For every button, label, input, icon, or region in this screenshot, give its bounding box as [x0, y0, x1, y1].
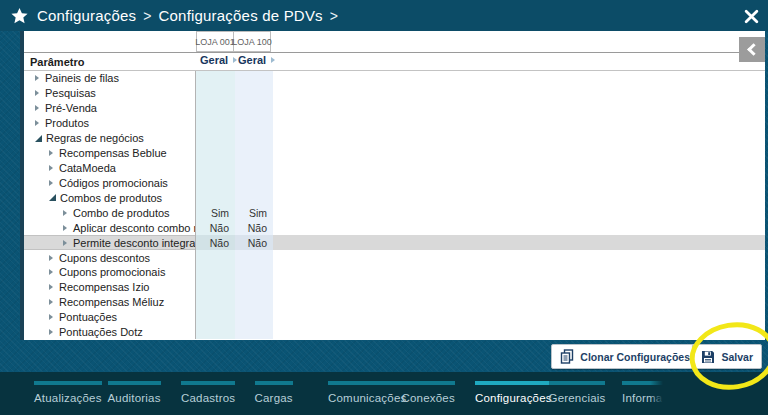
value-cell-loja-100[interactable]: [235, 325, 273, 339]
tree-row[interactable]: Recompensas Izio: [24, 280, 765, 295]
value-cell-loja-001[interactable]: [196, 175, 235, 190]
collapsed-node-icon[interactable]: [49, 299, 53, 305]
value-cell-loja-001[interactable]: [196, 295, 235, 310]
tree-row[interactable]: Recompensas Méliuz: [24, 295, 765, 310]
tree-row[interactable]: Pontuações Dotz: [24, 325, 765, 339]
value-cell-loja-001[interactable]: [196, 71, 235, 86]
tree-row-label: Cupons descontos: [59, 252, 150, 264]
tree-row[interactable]: Combo de produtosSimSim: [24, 205, 765, 220]
nav-tab-gerenciais[interactable]: Gerenciais: [549, 372, 623, 415]
collapsed-node-icon[interactable]: [63, 240, 67, 246]
expanded-node-icon[interactable]: [35, 135, 42, 142]
value-cell-loja-100[interactable]: [235, 71, 273, 86]
value-cell-loja-001[interactable]: [196, 310, 235, 325]
breadcrumb-item-configuracoes-de-pdvs[interactable]: Configurações de PDVs: [159, 7, 323, 24]
tree-row-label: Pesquisas: [45, 87, 96, 99]
value-cell-loja-100[interactable]: [235, 161, 273, 176]
breadcrumb-separator: >: [330, 8, 338, 24]
tree-row[interactable]: Pré-Venda: [24, 101, 765, 116]
save-button[interactable]: Salvar: [692, 344, 762, 369]
value-cell-loja-001[interactable]: Sim: [196, 205, 235, 220]
value-cell-loja-001[interactable]: [196, 161, 235, 176]
value-cell-loja-001[interactable]: [196, 86, 235, 101]
nav-tab-comunicacoes[interactable]: Comunicações: [328, 372, 402, 415]
collapsed-node-icon[interactable]: [35, 90, 39, 96]
collapsed-node-icon[interactable]: [35, 105, 39, 111]
collapsed-node-icon[interactable]: [49, 314, 53, 320]
tree-row[interactable]: Aplicar desconto combo no item promocion…: [24, 220, 765, 235]
tree-row-param: Combos de produtos: [24, 190, 196, 205]
geral-subheader-loja-001[interactable]: Geral: [200, 54, 237, 66]
value-cell-loja-100[interactable]: [235, 131, 273, 146]
value-cell-loja-100[interactable]: [235, 310, 273, 325]
collapsed-node-icon[interactable]: [63, 210, 67, 216]
value-cell-loja-001[interactable]: [196, 101, 235, 116]
tree-row-param: CataMoeda: [24, 161, 196, 176]
row-filler: [273, 161, 765, 176]
tree-row[interactable]: Paineis de filas: [24, 71, 765, 86]
nav-tab-configuracoes[interactable]: Configurações: [475, 372, 549, 415]
tab-indicator-bar: [402, 381, 455, 385]
value-cell-loja-001[interactable]: Não: [196, 235, 235, 250]
tree-row-param: Paineis de filas: [24, 71, 196, 86]
collapsed-node-icon[interactable]: [49, 284, 53, 290]
collapsed-node-icon[interactable]: [49, 255, 53, 261]
nav-tab-cadastros[interactable]: Cadastros: [181, 372, 255, 415]
value-cell-loja-100[interactable]: [235, 175, 273, 190]
value-cell-loja-100[interactable]: [235, 250, 273, 265]
value-cell-loja-100[interactable]: [235, 190, 273, 205]
value-cell-loja-001[interactable]: [196, 265, 235, 280]
tree-row[interactable]: CataMoeda: [24, 161, 765, 176]
value-cell-loja-100[interactable]: [235, 146, 273, 161]
collapsed-node-icon[interactable]: [49, 165, 53, 171]
value-cell-loja-100[interactable]: [235, 101, 273, 116]
collapsed-node-icon[interactable]: [63, 225, 67, 231]
tree-row[interactable]: Permite desconto integralNãoNão: [24, 235, 765, 250]
value-cell-loja-001[interactable]: [196, 131, 235, 146]
value-cell-loja-001[interactable]: [196, 146, 235, 161]
tree-row[interactable]: Pontuações: [24, 310, 765, 325]
tree-row[interactable]: Cupons descontos: [24, 250, 765, 265]
value-cell-loja-001[interactable]: Não: [196, 220, 235, 235]
nav-tab-cargas[interactable]: Cargas: [255, 372, 329, 415]
value-cell-loja-100[interactable]: [235, 116, 273, 131]
panel-collapse-button[interactable]: [739, 37, 765, 62]
collapsed-node-icon[interactable]: [49, 180, 53, 186]
collapsed-node-icon[interactable]: [35, 75, 39, 81]
value-cell-loja-100[interactable]: [235, 295, 273, 310]
tree-row[interactable]: Combos de produtos: [24, 190, 765, 205]
value-cell-loja-001[interactable]: [196, 280, 235, 295]
clone-configurations-button[interactable]: Clonar Configurações: [551, 344, 699, 369]
value-cell-loja-001[interactable]: [196, 116, 235, 131]
value-cell-loja-001[interactable]: [196, 325, 235, 339]
collapsed-node-icon[interactable]: [49, 269, 53, 275]
module-tabs: AtualizaçõesAuditoriasCadastrosCargasCom…: [34, 372, 696, 415]
nav-tab-informacoes[interactable]: Informações: [622, 372, 696, 415]
value-cell-loja-001[interactable]: [196, 190, 235, 205]
breadcrumb-item-configuracoes[interactable]: Configurações: [37, 7, 136, 24]
close-icon[interactable]: [742, 8, 760, 24]
tree-row[interactable]: Pesquisas: [24, 86, 765, 101]
geral-subheader-loja-100[interactable]: Geral: [238, 54, 275, 66]
value-cell-loja-001[interactable]: [196, 250, 235, 265]
value-cell-loja-100[interactable]: [235, 86, 273, 101]
collapsed-node-icon[interactable]: [35, 120, 39, 126]
value-cell-loja-100[interactable]: Não: [235, 235, 273, 250]
tree-row[interactable]: Recompensas Beblue: [24, 146, 765, 161]
value-cell-loja-100[interactable]: [235, 280, 273, 295]
collapsed-node-icon[interactable]: [49, 150, 53, 156]
row-filler: [273, 205, 765, 220]
value-cell-loja-100[interactable]: Não: [235, 220, 273, 235]
value-cell-loja-100[interactable]: Sim: [235, 205, 273, 220]
tree-row[interactable]: Cupons promocionais: [24, 265, 765, 280]
tree-row[interactable]: Produtos: [24, 116, 765, 131]
tree-row[interactable]: Códigos promocionais: [24, 175, 765, 190]
nav-tab-auditorias[interactable]: Auditorias: [108, 372, 182, 415]
tree-row[interactable]: Regras de negócios: [24, 131, 765, 146]
expanded-node-icon[interactable]: [49, 194, 56, 201]
value-cell-loja-100[interactable]: [235, 265, 273, 280]
breadcrumb-separator: >: [143, 8, 151, 24]
nav-tab-conexoes[interactable]: Conexões: [402, 372, 476, 415]
collapsed-node-icon[interactable]: [49, 329, 53, 335]
nav-tab-atualizacoes[interactable]: Atualizações: [34, 372, 108, 415]
